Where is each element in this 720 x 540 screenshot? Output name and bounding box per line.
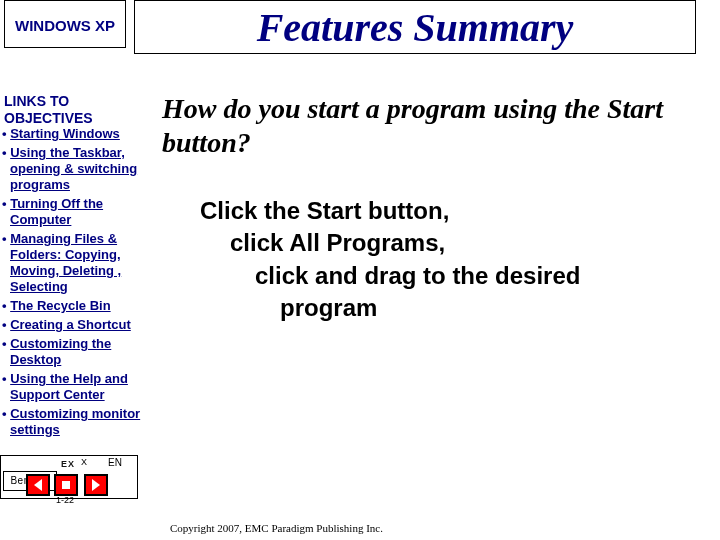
sidebar-item-taskbar[interactable]: • Using the Taskbar, opening & switching… [0,145,154,193]
sidebar-item-turning-off[interactable]: • Turning Off the Computer [0,196,154,228]
corner-x: X [81,457,87,467]
link-list: • Starting Windows • Using the Taskbar, … [0,126,154,441]
sidebar-item-starting-windows[interactable]: • Starting Windows [0,126,154,142]
sidebar-title: WINDOWS XP [4,0,126,48]
lang-indicator: EN [108,457,122,468]
answer-line-3: click and drag to the desired [200,260,670,292]
sidebar-item-shortcut[interactable]: • Creating a Shortcut [0,317,154,333]
sidebar-item-help-support[interactable]: • Using the Help and Support Center [0,371,154,403]
slide-question: How do you start a program using the Sta… [162,92,712,159]
next-button[interactable] [86,476,106,494]
title-box: Features Summary [134,0,696,54]
home-button[interactable] [56,476,76,494]
answer-line-1: Click the Start button, [200,195,670,227]
slide-answer: Click the Start button, click All Progra… [200,195,670,325]
square-icon [62,481,70,489]
links-heading: LINKS TO OBJECTIVES [4,93,144,127]
answer-line-4: program [200,292,670,324]
sidebar-item-monitor-settings[interactable]: • Customizing monitor settings [0,406,154,438]
copyright: Copyright 2007, EMC Paradigm Publishing … [170,522,383,534]
slide-number: 1-22 [56,495,74,505]
prev-button[interactable] [28,476,48,494]
taskbar-label: EX [61,459,75,469]
answer-line-2: click All Programs, [200,227,670,259]
sidebar-item-customize-desktop[interactable]: • Customizing the Desktop [0,336,154,368]
sidebar-item-managing-files[interactable]: • Managing Files & Folders: Copying, Mov… [0,231,154,295]
arrow-right-icon [92,479,100,491]
page-title: Features Summary [257,4,574,51]
arrow-left-icon [34,479,42,491]
sidebar-item-recycle-bin[interactable]: • The Recycle Bin [0,298,154,314]
